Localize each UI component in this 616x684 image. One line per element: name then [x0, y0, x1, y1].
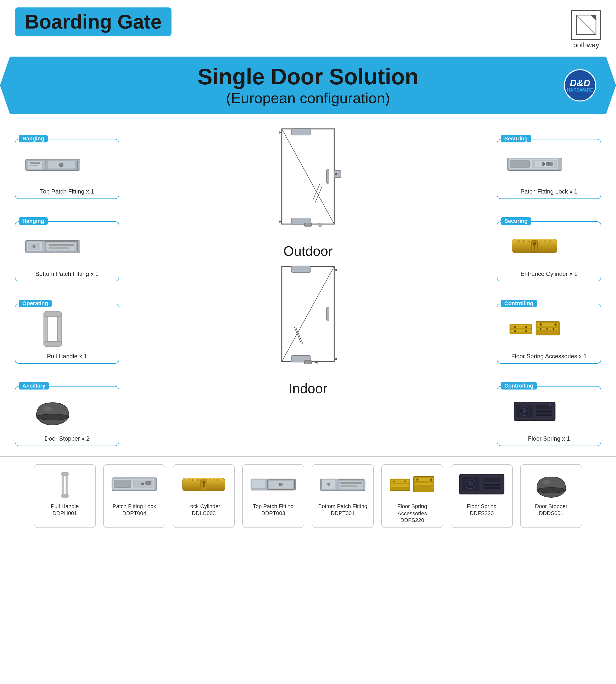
svg-rect-125	[339, 481, 363, 489]
svg-marker-2	[590, 15, 596, 21]
right-column: Securing Patch Fitting Lock x 1 Securing	[497, 127, 601, 446]
bottom-patch-lock-name: Patch Fitting Lock	[113, 503, 156, 510]
svg-point-66	[540, 240, 542, 243]
floor-spring-img	[500, 389, 569, 434]
svg-rect-40	[291, 266, 310, 273]
svg-point-116	[217, 479, 219, 481]
svg-rect-98	[66, 473, 68, 497]
svg-rect-97	[62, 473, 64, 497]
cylinder-caption: Entrance Cylinder x 1	[500, 270, 598, 278]
svg-line-42	[282, 267, 334, 362]
door-stopper-svg	[33, 395, 72, 428]
bottom-pull-handle-img	[40, 469, 90, 501]
svg-point-80	[540, 323, 542, 326]
svg-rect-146	[483, 478, 501, 482]
svg-point-17	[32, 245, 36, 248]
svg-rect-147	[483, 483, 501, 486]
banner-line1: Single Door Solution	[0, 64, 616, 90]
svg-rect-33	[327, 169, 329, 184]
floor-spring-svg	[507, 399, 562, 424]
svg-rect-92	[535, 410, 552, 413]
svg-rect-45	[327, 307, 329, 321]
svg-point-128	[327, 483, 330, 485]
svg-rect-79	[537, 332, 558, 334]
svg-point-105	[141, 482, 144, 485]
bottom-door-stopper: Door Stopper DDDS001	[520, 464, 582, 528]
bottom-bottom-patch: Bottom Patch Fitting DDPT001	[312, 464, 374, 528]
door-stopper-card: Ancillary Door Stopper x 2	[15, 386, 119, 446]
bottom-pull-handle: Pull Handle DDPH001	[34, 464, 96, 528]
bottom-floor-spring-name: Floor Spring	[467, 503, 497, 510]
floor-spring-caption: Floor Spring x 1	[500, 435, 598, 443]
svg-rect-99	[61, 472, 68, 476]
patch-lock-card: Securing Patch Fitting Lock x 1	[497, 139, 601, 199]
svg-rect-100	[61, 494, 68, 497]
bottom-top-patch-img	[248, 469, 298, 501]
svg-point-139	[430, 478, 432, 481]
floor-spring-card: Controlling	[497, 386, 601, 446]
patch-lock-img	[500, 142, 569, 187]
svg-point-68	[549, 240, 552, 243]
svg-point-65	[527, 240, 530, 243]
svg-rect-20	[44, 312, 62, 317]
svg-point-25	[43, 406, 52, 411]
svg-point-75	[525, 330, 527, 332]
hanging-label-1: Hanging	[19, 135, 48, 142]
bottom-strip: Pull Handle DDPH001 Patch Fitting Lock D…	[0, 456, 616, 538]
svg-point-113	[197, 479, 199, 481]
svg-line-43	[296, 328, 303, 345]
bottom-patch-lock-svg	[111, 474, 158, 496]
svg-point-63	[517, 240, 520, 243]
svg-point-55	[542, 162, 545, 165]
bottom-cylinder-code: DDLC003	[192, 510, 216, 517]
bottom-floor-spring-code: DDFS220	[470, 510, 494, 517]
svg-point-132	[393, 481, 395, 482]
svg-point-72	[514, 326, 516, 328]
bottom-fsa: Floor SpringAccessories DDFS220	[381, 464, 443, 528]
svg-point-90	[523, 410, 525, 412]
bottom-top-patch-name: Top Patch Fitting	[253, 503, 293, 510]
svg-rect-27	[291, 129, 310, 135]
title-badge: Boarding Gate	[15, 7, 172, 36]
ancillary-label: Ancillary	[19, 382, 49, 389]
svg-rect-13	[46, 243, 76, 251]
top-patch-svg	[23, 153, 82, 176]
bottom-fsa-img	[388, 469, 437, 501]
svg-point-57	[548, 162, 549, 164]
securing-label-2: Securing	[501, 217, 531, 225]
svg-point-82	[540, 328, 542, 330]
svg-point-133	[404, 481, 406, 482]
outdoor-door-section: Outdoor	[266, 127, 350, 259]
bottom-fsa-svg	[389, 472, 436, 497]
svg-point-151	[537, 487, 566, 493]
svg-line-32	[313, 184, 320, 200]
dd-text: D&D	[570, 78, 590, 88]
svg-line-1	[576, 15, 596, 35]
svg-point-73	[525, 326, 527, 328]
cylinder-img	[500, 224, 569, 269]
svg-point-74	[514, 330, 516, 332]
bottom-patch-lock-img	[109, 469, 159, 501]
svg-point-64	[522, 240, 525, 243]
cylinder-svg	[510, 234, 559, 259]
bottom-patch-svg	[23, 235, 82, 258]
center-column: Outdoor	[119, 127, 497, 446]
fsa-card: Controlling	[497, 304, 601, 364]
bottom-cylinder-svg	[181, 474, 226, 496]
svg-rect-126	[340, 482, 362, 484]
svg-line-30	[282, 129, 334, 224]
svg-point-7	[59, 163, 63, 167]
top-patch-caption: Top Patch Fitting x 1	[18, 188, 116, 196]
bottom-cylinder-img	[179, 469, 228, 501]
bottom-fsa-name: Floor SpringAccessories	[397, 503, 427, 517]
bottom-pull-handle-svg	[55, 470, 75, 500]
bottom-cylinder: Lock Cylinder DDLC003	[173, 464, 235, 528]
logo-area: bothway	[571, 10, 601, 49]
svg-rect-62	[534, 245, 535, 250]
bottom-bottom-patch-svg	[319, 475, 366, 495]
svg-point-121	[279, 483, 282, 486]
svg-line-44	[294, 326, 301, 342]
cylinder-card: Securing	[497, 221, 601, 281]
svg-rect-34	[305, 223, 312, 226]
page-title: Boarding Gate	[25, 12, 161, 32]
